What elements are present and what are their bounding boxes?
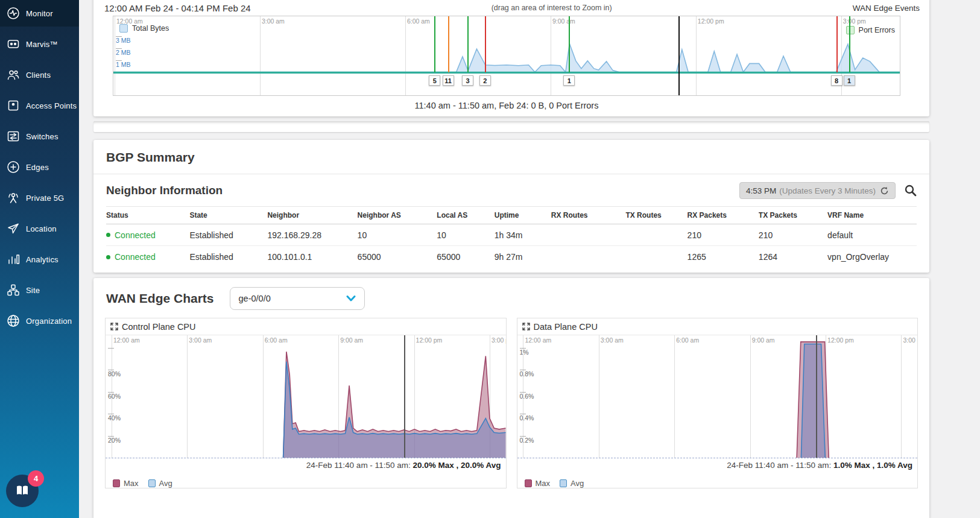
sidebar-item-organization[interactable]: Organization <box>0 308 79 334</box>
sidebar-item-label: Private 5G <box>26 194 64 203</box>
y-axis-tick: 0.4% <box>520 414 534 422</box>
event-count-badge[interactable]: 11 <box>443 75 454 86</box>
sidebar-item-access-points[interactable]: Access Points <box>0 92 79 119</box>
legend-avg: Avg <box>560 479 584 488</box>
sidebar-item-site[interactable]: Site <box>0 277 79 303</box>
sidebar-item-private-5g[interactable]: Private 5G <box>0 185 79 211</box>
table-cell: 192.168.29.28 <box>267 230 357 240</box>
sidebar-item-switches[interactable]: Switches <box>0 123 79 150</box>
chevron-down-icon <box>346 295 356 302</box>
sidebar-item-label: Clients <box>26 71 51 80</box>
event-count-badge[interactable]: 3 <box>462 75 473 86</box>
events-timeline-chart[interactable]: Total Bytes Port Errors 12:00 am3:00 am6… <box>113 16 900 96</box>
wan-edge-events-card: 12:00 AM Feb 24 - 04:14 PM Feb 24 (drag … <box>93 0 929 116</box>
status-text: Connected <box>115 230 156 240</box>
whats-new-count-badge: 4 <box>28 470 44 487</box>
expand-icon[interactable] <box>522 323 530 330</box>
refresh-status-button[interactable]: 4:53 PM (Updates Every 3 Minutes) <box>739 182 896 199</box>
event-marker-line <box>485 16 486 73</box>
column-header: TX Routes <box>625 211 687 220</box>
sidebar-item-marvis-[interactable]: Marvis™ <box>0 31 79 57</box>
time-range-title: 12:00 AM Feb 24 - 04:14 PM Feb 24 <box>104 3 251 13</box>
table-row[interactable]: ConnectedEstablished100.101.0.1650006500… <box>106 246 917 268</box>
event-count-badge[interactable]: 1 <box>563 75 575 86</box>
sidebar-item-location[interactable]: Location <box>0 215 79 242</box>
data-plane-cpu-legend: Max Avg <box>517 472 918 488</box>
event-marker-line <box>434 16 435 73</box>
main-content: 12:00 AM Feb 24 - 04:14 PM Feb 24 (drag … <box>79 0 980 518</box>
legend-max: Max <box>525 479 551 488</box>
search-icon[interactable] <box>904 184 917 197</box>
event-count-badge[interactable]: 5 <box>429 75 440 86</box>
neighbor-information-title: Neighbor Information <box>106 184 739 197</box>
status-cell: Connected <box>106 252 189 262</box>
data-plane-cpu-title: Data Plane CPU <box>534 322 598 332</box>
sidebar-item-clients[interactable]: Clients <box>0 62 79 88</box>
event-count-badge[interactable]: 2 <box>479 75 491 86</box>
table-cell: 1264 <box>759 252 827 262</box>
switches-icon <box>6 129 21 144</box>
selection-cursor-line[interactable] <box>816 335 817 458</box>
footnote-value: 20.0% Max , 20.0% Avg <box>413 461 501 470</box>
y-axis-tick: 3 MB <box>116 36 131 44</box>
legend-avg-label: Avg <box>159 479 172 488</box>
status-text: Connected <box>115 252 156 262</box>
column-header: RX Routes <box>551 211 626 220</box>
control-plane-cpu-header: Control Plane CPU <box>106 318 506 335</box>
bgp-summary-card: BGP Summary Neighbor Information 4:53 PM… <box>93 140 929 273</box>
neighbor-table-body: ConnectedEstablished192.168.29.2810101h … <box>106 224 917 268</box>
y-axis-tick: 1 MB <box>116 60 131 68</box>
y-axis-tick: 60% <box>108 392 121 400</box>
avg-swatch <box>560 479 567 487</box>
max-swatch <box>113 479 120 487</box>
event-count-badge[interactable]: 1 <box>844 75 855 86</box>
data-plane-cpu-panel: Data Plane CPU 12:00 am3:00 am6:00 am9:0… <box>517 318 918 488</box>
event-marker-line <box>448 16 449 73</box>
sidebar-item-label: Site <box>26 286 40 295</box>
control-plane-cpu-panel: Control Plane CPU 12:00 am3:00 am6:00 am… <box>105 318 507 488</box>
footnote-value: 1.0% Max , 1.0% Avg <box>833 461 912 470</box>
y-axis-tick: 0.8% <box>520 370 534 377</box>
table-cell: 100.101.0.1 <box>267 252 357 262</box>
column-header: Status <box>106 211 189 220</box>
update-interval-note: (Updates Every 3 Minutes) <box>779 186 876 195</box>
y-axis-tick: 20% <box>108 436 121 444</box>
control-plane-cpu-footnote: 24-Feb 11:40 am - 11:50 am: 20.0% Max , … <box>106 458 506 472</box>
monitor-icon <box>6 6 21 21</box>
private-5g-icon <box>6 191 21 205</box>
status-cell: Connected <box>106 230 189 240</box>
control-plane-cpu-chart[interactable]: 12:00 am3:00 am6:00 am9:00 am12:00 pm3:0… <box>106 335 506 458</box>
event-count-badge[interactable]: 8 <box>831 75 842 86</box>
table-cell: Established <box>189 252 267 262</box>
table-cell: 65000 <box>437 252 494 262</box>
column-header: Neighbor <box>267 211 357 220</box>
table-cell: vpn_OrgOverlay <box>827 252 917 262</box>
sidebar-item-label: Marvis™ <box>26 40 58 49</box>
marvis-icon <box>6 37 21 51</box>
selection-cursor-line[interactable] <box>404 335 405 458</box>
event-marker-line <box>849 16 850 73</box>
collapsed-panel-strip <box>93 121 929 132</box>
location-icon <box>6 221 21 236</box>
status-dot <box>106 233 110 237</box>
footnote-prefix: 24-Feb 11:40 am - 11:50 am: <box>727 461 833 470</box>
column-header: Local AS <box>437 211 494 220</box>
events-header: 12:00 AM Feb 24 - 04:14 PM Feb 24 (drag … <box>93 1 929 14</box>
interface-select[interactable]: ge-0/0/0 <box>230 287 365 310</box>
table-cell: default <box>827 230 917 240</box>
sidebar-nav: MonitorMarvis™ClientsAccess PointsSwitch… <box>0 0 79 334</box>
y-axis-tick: 2 MB <box>116 48 131 56</box>
table-row[interactable]: ConnectedEstablished192.168.29.2810101h … <box>106 224 917 246</box>
sidebar-item-analytics[interactable]: Analytics <box>0 246 79 273</box>
data-plane-cpu-chart[interactable]: 12:00 am3:00 am6:00 am9:00 am12:00 pm3:0… <box>517 335 918 458</box>
table-cell: 9h 27m <box>495 252 551 262</box>
sidebar-item-monitor[interactable]: Monitor <box>0 0 79 27</box>
sidebar-item-label: Analytics <box>26 255 58 264</box>
column-header: Neighbor AS <box>358 211 437 220</box>
max-swatch <box>525 479 532 487</box>
whats-new-button[interactable]: 4 <box>6 475 39 507</box>
sidebar-item-edges[interactable]: Edges <box>0 154 79 180</box>
expand-icon[interactable] <box>110 323 118 330</box>
selection-cursor-line[interactable] <box>678 16 680 95</box>
footnote-prefix: 24-Feb 11:40 am - 11:50 am: <box>306 461 413 470</box>
